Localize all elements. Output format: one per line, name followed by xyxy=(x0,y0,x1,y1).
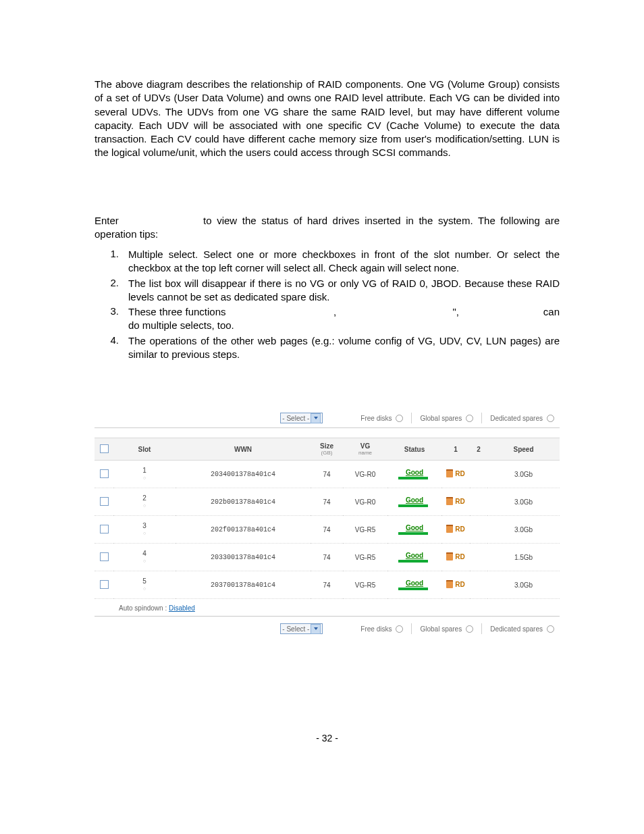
size-cell: 74 xyxy=(311,461,343,488)
wwn-cell: 2033001378a401c4 xyxy=(176,544,311,571)
status-cell: Good xyxy=(387,488,441,516)
auto-spindown-link[interactable]: Disabled xyxy=(169,604,195,612)
speed-cell: 3.0Gb xyxy=(487,461,560,488)
radio-icon xyxy=(466,415,473,422)
table-row: 52037001378a401c474VG-R5GoodRD3.0Gb xyxy=(95,571,560,599)
vg-cell: VG-R5 xyxy=(343,571,387,599)
select-all-checkbox[interactable] xyxy=(100,444,109,453)
status-cell: Good xyxy=(387,461,441,488)
col1-cell: RD xyxy=(441,461,470,488)
rd-badge: RD xyxy=(446,580,464,588)
col-size: Size (GB) xyxy=(311,438,343,461)
disk-icon xyxy=(446,469,453,477)
enter-pre: Enter xyxy=(95,215,119,226)
size-cell: 74 xyxy=(311,516,343,544)
slot-menu-icon xyxy=(115,585,174,592)
status-link[interactable]: Good xyxy=(406,552,423,559)
col2-cell xyxy=(470,516,487,544)
slot-cell[interactable]: 2 xyxy=(113,488,176,516)
health-bar xyxy=(398,504,431,507)
row-checkbox[interactable] xyxy=(100,580,109,589)
radio-icon xyxy=(466,625,473,633)
table-row: 2202b001378a401c474VG-R0GoodRD3.0Gb xyxy=(95,488,560,516)
row-checkbox[interactable] xyxy=(100,525,109,533)
col-1: 1 xyxy=(441,438,470,461)
col1-cell: RD xyxy=(441,516,470,544)
page-number: - 32 - xyxy=(95,733,560,744)
tip-item: 4. The operations of the other web pages… xyxy=(95,334,560,362)
intro-paragraph: The above diagram describes the relation… xyxy=(95,78,560,160)
col1-cell: RD xyxy=(441,571,470,599)
vg-select-dropdown[interactable]: - Select - xyxy=(280,413,323,423)
disk-icon xyxy=(446,580,453,588)
tip-number: 2. xyxy=(95,277,128,305)
col-slot: Slot xyxy=(113,438,176,461)
health-bar xyxy=(398,560,431,563)
global-spares-button[interactable]: Global spares xyxy=(414,413,479,423)
speed-cell: 3.0Gb xyxy=(487,488,560,516)
dedicated-spares-button[interactable]: Dedicated spares xyxy=(485,413,560,423)
vg-cell: VG-R5 xyxy=(343,544,387,571)
status-link[interactable]: Good xyxy=(406,524,423,531)
rd-badge: RD xyxy=(446,525,464,533)
chevron-down-icon xyxy=(311,413,321,423)
tip-text: These three functions , ", can do multip… xyxy=(128,305,560,333)
free-disks-label: Free disks xyxy=(360,415,392,422)
enter-post: to view the status of hard drives insert… xyxy=(95,215,560,240)
chevron-down-icon xyxy=(311,624,321,634)
rd-badge: RD xyxy=(446,552,464,561)
size-cell: 74 xyxy=(311,544,343,571)
tip-number: 1. xyxy=(95,248,128,276)
size-cell: 74 xyxy=(311,571,343,599)
tip-number: 3. xyxy=(95,305,128,333)
vg-select-label: - Select - xyxy=(282,415,309,422)
status-link[interactable]: Good xyxy=(406,469,423,476)
vg-select-dropdown[interactable]: - Select - xyxy=(280,623,323,634)
row-checkbox[interactable] xyxy=(100,469,109,478)
disk-icon xyxy=(446,552,453,561)
dedicated-spares-label: Dedicated spares xyxy=(490,415,543,422)
disk-icon xyxy=(446,497,453,505)
col-speed: Speed xyxy=(487,438,560,461)
global-spares-label: Global spares xyxy=(420,625,462,633)
tip-item: 2. The list box will disappear if there … xyxy=(95,277,560,305)
free-disks-button[interactable]: Free disks xyxy=(355,413,408,423)
free-disks-button[interactable]: Free disks xyxy=(355,623,408,634)
slot-cell[interactable]: 3 xyxy=(113,516,176,544)
slot-cell[interactable]: 4 xyxy=(113,544,176,571)
dedicated-spares-button[interactable]: Dedicated spares xyxy=(485,623,560,634)
tip-text: Multiple select. Select one or more chec… xyxy=(128,248,560,276)
col-vg-sub: name xyxy=(344,450,386,456)
dedicated-spares-label: Dedicated spares xyxy=(490,625,543,633)
table-row: 12034001378a401c474VG-R0GoodRD3.0Gb xyxy=(95,461,560,488)
wwn-cell: 2037001378a401c4 xyxy=(176,571,311,599)
bottom-toolbar: - Select - Free disks Global spares Dedi… xyxy=(95,617,560,638)
radio-icon xyxy=(396,415,403,422)
health-bar xyxy=(398,532,431,535)
status-link[interactable]: Good xyxy=(406,579,423,587)
size-cell: 74 xyxy=(311,488,343,516)
vg-cell: VG-R0 xyxy=(343,461,387,488)
slot-cell[interactable]: 1 xyxy=(113,461,176,488)
row-checkbox[interactable] xyxy=(100,497,109,506)
slot-number: 3 xyxy=(115,522,174,529)
status-link[interactable]: Good xyxy=(406,496,423,504)
global-spares-button[interactable]: Global spares xyxy=(414,623,479,634)
slot-menu-icon xyxy=(115,530,174,537)
slot-menu-icon xyxy=(115,475,174,481)
radio-icon xyxy=(396,625,403,633)
table-header-row: Slot WWN Size (GB) VG name Status 1 2 Sp… xyxy=(95,438,560,461)
wwn-cell: 202f001378a401c4 xyxy=(176,516,311,544)
tip-text: The list box will disappear if there is … xyxy=(128,277,560,305)
tips-list: 1. Multiple select. Select one or more c… xyxy=(95,248,560,361)
tip-number: 4. xyxy=(95,334,128,362)
col-size-label: Size xyxy=(320,442,333,450)
col-wwn: WWN xyxy=(176,438,311,461)
row-checkbox[interactable] xyxy=(100,552,109,561)
vg-select-label: - Select - xyxy=(282,625,309,633)
health-bar xyxy=(398,477,431,479)
slot-cell[interactable]: 5 xyxy=(113,571,176,599)
radio-icon xyxy=(547,625,554,633)
status-cell: Good xyxy=(387,544,441,571)
global-spares-label: Global spares xyxy=(420,415,462,422)
